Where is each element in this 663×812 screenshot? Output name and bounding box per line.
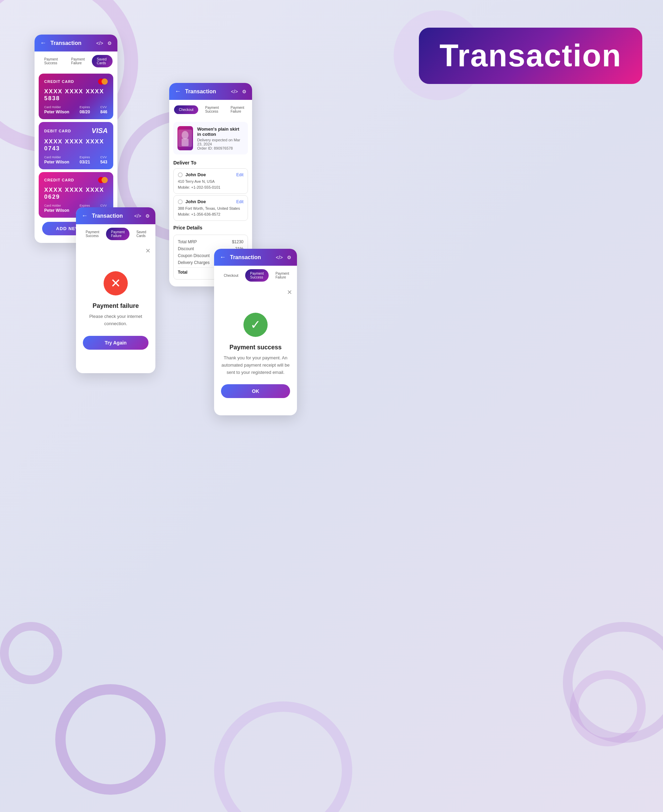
- card-holder-1: Card Holder Peter Wilson: [44, 105, 70, 114]
- tab-success-checkout[interactable]: Checkout: [219, 271, 243, 280]
- tab-failure-saved[interactable]: Saved Cards: [131, 228, 151, 240]
- failure-tab-bar: Payment Success Payment Failure Saved Ca…: [76, 224, 155, 244]
- address-edit-1[interactable]: Edit: [236, 172, 243, 177]
- card-type-1: CREDIT CARD: [44, 79, 74, 84]
- checkout-code-icon[interactable]: </>: [231, 89, 238, 94]
- deco-circle-6: [570, 670, 646, 746]
- card-number-3: XXXX XXXX XXXX 0629: [44, 186, 108, 200]
- address-card-1: John Doe Edit 410 Terry Ave N, USAMobile…: [173, 168, 248, 194]
- tab-failure-failure[interactable]: Payment Failure: [106, 228, 129, 240]
- failure-settings-icon[interactable]: ⚙: [146, 213, 150, 219]
- mastercard-logo-2: [98, 177, 108, 183]
- card-holder-3: Card Holder Peter Wilson: [44, 204, 70, 213]
- checkout-header-icons: </> ⚙: [231, 89, 247, 94]
- failure-header: ← Transaction </> ⚙: [76, 207, 155, 224]
- deco-circle-4: [0, 622, 62, 684]
- success-header: ← Transaction </> ⚙: [214, 249, 297, 266]
- svg-rect-2: [182, 139, 189, 146]
- product-name: Women's plain skirt in cotton: [197, 126, 244, 137]
- address-card-2: John Doe Edit 388 Fort Worth, Texas, Uni…: [173, 195, 248, 221]
- saved-cards-tab-bar: Payment Success Payment Failure Saved Ca…: [34, 52, 117, 71]
- tab-failure-success[interactable]: Payment Success: [81, 228, 104, 240]
- payment-success-phone: ← Transaction </> ⚙ Checkout Payment Suc…: [214, 249, 297, 415]
- success-header-icons: </> ⚙: [276, 254, 291, 260]
- success-result-desc: Thank you for your payment. An automated…: [221, 355, 290, 376]
- settings-icon[interactable]: ⚙: [107, 41, 112, 46]
- success-result-screen: ✕ ✓ Payment success Thank you for your p…: [214, 285, 297, 415]
- price-mrp: Total MRP$1230: [178, 238, 243, 245]
- checkout-header: ← Transaction </> ⚙: [169, 83, 252, 100]
- deco-circle-8: [214, 702, 352, 812]
- tab-saved-cards[interactable]: Saved Cards: [92, 55, 113, 67]
- checkout-back-icon[interactable]: ←: [175, 88, 181, 95]
- address-edit-2[interactable]: Edit: [236, 199, 243, 204]
- tab-checkout-success[interactable]: Payment Success: [200, 103, 223, 116]
- card-expires-2: Expires 03/21: [80, 156, 90, 164]
- tab-payment-failure[interactable]: Payment Failure: [66, 55, 90, 67]
- tab-success-failure[interactable]: Payment Failure: [271, 269, 294, 282]
- address-radio-2[interactable]: [178, 199, 183, 204]
- order-id: Order ID: 890976578: [197, 146, 244, 150]
- mastercard-logo-1: [98, 78, 108, 85]
- checkout-title: Transaction: [185, 88, 227, 95]
- deliver-to-label: Deliver To: [169, 157, 252, 167]
- svg-point-1: [182, 131, 189, 139]
- back-icon[interactable]: ←: [40, 39, 46, 47]
- credit-card-1: CREDIT CARD XXXX XXXX XXXX 5838 Card Hol…: [39, 74, 113, 119]
- checkout-product: Women's plain skirt in cotton Delivery e…: [173, 122, 248, 154]
- success-back-icon[interactable]: ←: [220, 254, 226, 261]
- address-name-2: John Doe: [178, 199, 206, 204]
- code-icon[interactable]: </>: [96, 41, 103, 46]
- failure-close-button[interactable]: ✕: [146, 247, 150, 254]
- address-text-1: 410 Terry Ave N, USAMobile: +1-202-555-0…: [178, 179, 243, 190]
- card-cvv-1: CVV 846: [100, 105, 107, 114]
- card-cvv-2: CVV 543: [100, 156, 107, 164]
- delivery-text: Delivery expected on Mar 23, 2024: [197, 138, 244, 146]
- failure-result-title: Payment failure: [92, 302, 139, 310]
- checkout-tab-bar: Checkout Payment Success Payment Failure: [169, 100, 252, 119]
- hero-title: Transaction: [440, 38, 622, 74]
- tab-success-success[interactable]: Payment Success: [245, 269, 268, 282]
- card-number-1: XXXX XXXX XXXX 5838: [44, 88, 108, 102]
- checkout-settings-icon[interactable]: ⚙: [242, 89, 247, 94]
- success-settings-icon[interactable]: ⚙: [287, 254, 291, 260]
- payment-failure-phone: ← Transaction </> ⚙ Payment Success Paym…: [76, 207, 155, 373]
- failure-back-icon[interactable]: ←: [81, 212, 88, 219]
- ok-button[interactable]: OK: [221, 384, 290, 398]
- address-text-2: 388 Fort Worth, Texas, United StatesMobi…: [178, 206, 243, 217]
- success-icon: ✓: [243, 313, 268, 337]
- saved-cards-title: Transaction: [50, 40, 92, 46]
- header-icons: </> ⚙: [96, 41, 112, 46]
- debit-card-1: DEBIT CARD VISA XXXX XXXX XXXX 0743 Card…: [39, 122, 113, 169]
- card-type-3: CREDIT CARD: [44, 178, 74, 182]
- address-radio-1[interactable]: [178, 172, 183, 177]
- product-info: Women's plain skirt in cotton Delivery e…: [197, 126, 244, 150]
- success-title: Transaction: [230, 254, 272, 261]
- card-holder-2: Card Holder Peter Wilson: [44, 156, 70, 164]
- tab-checkout[interactable]: Checkout: [174, 105, 198, 114]
- failure-result-screen: ✕ ✕ Payment failure Please check your in…: [76, 244, 155, 367]
- address-name-1: John Doe: [178, 172, 206, 177]
- card-expires-1: Expires 08/20: [80, 105, 90, 114]
- try-again-button[interactable]: Try Again: [83, 336, 149, 350]
- success-close-button[interactable]: ✕: [287, 288, 292, 296]
- failure-icon: ✕: [103, 271, 128, 295]
- hero-badge: Transaction: [419, 28, 642, 84]
- deco-circle-5: [55, 684, 166, 795]
- success-result-title: Payment success: [229, 344, 281, 351]
- deco-circle-7: [563, 622, 663, 743]
- product-image: [178, 126, 193, 150]
- saved-cards-header: ← Transaction </> ⚙: [34, 34, 117, 52]
- price-details-label: Price Details: [169, 222, 252, 232]
- failure-title: Transaction: [92, 213, 130, 219]
- failure-result-desc: Please check your internet connection.: [83, 313, 149, 327]
- tab-payment-success[interactable]: Payment Success: [39, 55, 64, 67]
- card-type-2: DEBIT CARD: [44, 129, 71, 133]
- visa-logo: VISA: [92, 127, 108, 135]
- failure-header-icons: </> ⚙: [134, 213, 150, 219]
- success-tab-bar: Checkout Payment Success Payment Failure: [214, 266, 297, 285]
- failure-code-icon[interactable]: </>: [134, 213, 141, 219]
- tab-checkout-failure[interactable]: Payment Failure: [226, 103, 249, 116]
- success-code-icon[interactable]: </>: [276, 254, 283, 260]
- card-number-2: XXXX XXXX XXXX 0743: [44, 138, 108, 152]
